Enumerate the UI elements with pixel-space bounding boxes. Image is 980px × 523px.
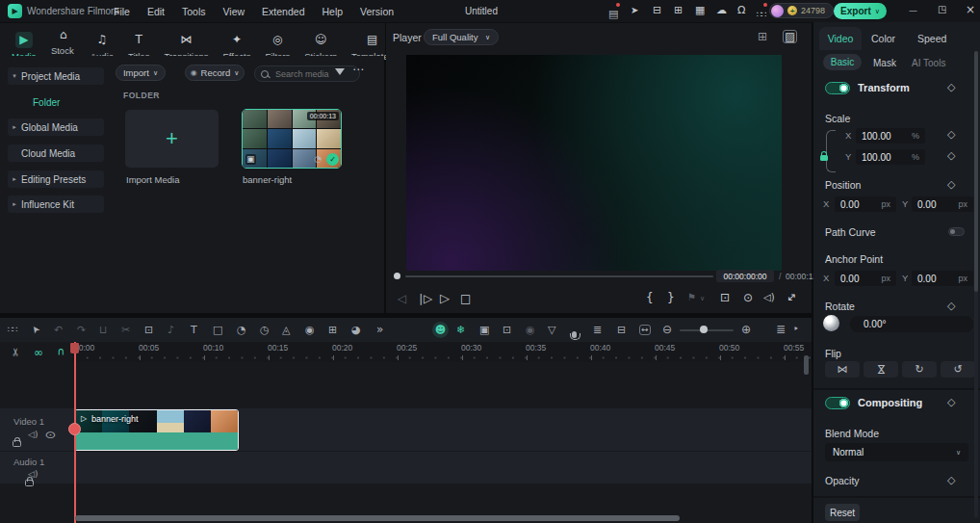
rotate-cw-button[interactable]: ↻ xyxy=(902,361,937,378)
position-keyframe-icon[interactable]: ◇ xyxy=(947,178,955,191)
timeline-hscrollbar[interactable] xyxy=(75,515,680,521)
scale-y-keyframe-icon[interactable]: ◇ xyxy=(947,149,955,162)
tab-video[interactable]: Video xyxy=(819,27,862,50)
import-media-tile[interactable]: + xyxy=(125,110,219,168)
screen-device-icon[interactable]: ⊟ xyxy=(617,325,626,335)
chevron-down-icon[interactable]: ▾ xyxy=(8,72,21,80)
sidebar-item-cloud-media[interactable]: Cloud Media xyxy=(8,144,104,162)
snap-magnet-icon[interactable]: ∪ xyxy=(57,347,64,357)
mark-out-button[interactable]: } xyxy=(667,292,675,303)
rotate-knob[interactable] xyxy=(823,315,839,331)
smart-cutout-icon[interactable]: ☻ xyxy=(432,322,449,338)
scale-x-keyframe-icon[interactable]: ◇ xyxy=(947,128,955,141)
menu-extended[interactable]: Extended xyxy=(262,6,304,17)
previous-frame-button[interactable]: ◁ xyxy=(398,293,406,304)
scrubber-track[interactable] xyxy=(405,275,713,277)
export-button[interactable]: Export ∨ xyxy=(834,3,887,19)
import-dropdown[interactable]: Import∨ xyxy=(116,65,166,81)
scale-x-input[interactable]: 100.00% xyxy=(856,128,925,144)
transform-keyframe-icon[interactable]: ◇ xyxy=(947,81,955,93)
menu-help[interactable]: Help xyxy=(322,6,343,17)
blend-mode-dropdown[interactable]: Normal ∨ xyxy=(825,443,968,461)
tab-color[interactable]: Color xyxy=(871,33,895,44)
marker-chevron-icon[interactable]: ∨ xyxy=(700,296,705,302)
shield-icon[interactable]: ▽ xyxy=(548,325,555,335)
anchor-x-input[interactable]: 0.00px xyxy=(835,271,896,286)
subtab-ai-tools[interactable]: AI Tools xyxy=(912,58,945,68)
export-clip-icon[interactable]: ▣ xyxy=(479,325,489,335)
preview-render-icon[interactable]: ◉ xyxy=(526,325,535,335)
position-y-input[interactable]: 0.00px xyxy=(912,196,973,212)
sidebar-item-global-media[interactable]: ▸Global Media xyxy=(8,118,104,136)
split-icon[interactable]: ✂ xyxy=(121,325,130,335)
record-dropdown[interactable]: ◉ Record∨ xyxy=(185,65,245,81)
audio-stretch-icon[interactable]: ♪ xyxy=(168,325,174,335)
audio-mixer-icon[interactable]: ≣ xyxy=(593,325,602,335)
speed-tool-icon[interactable]: ◔ xyxy=(237,325,246,335)
media-clip-thumbnail[interactable]: 00:00:13 ▣ ◔ ✓ xyxy=(242,109,342,169)
delete-icon[interactable]: ⊔ xyxy=(99,325,108,335)
undo-icon[interactable]: ↶ xyxy=(54,325,63,335)
play-button[interactable]: ▷ xyxy=(440,292,450,304)
rotate-keyframe-icon[interactable]: ◇ xyxy=(947,300,955,312)
subtab-mask[interactable]: Mask xyxy=(873,58,896,68)
audio-track-mute-icon[interactable]: ◁) xyxy=(28,470,38,479)
split-clip-icon[interactable]: ✂ xyxy=(11,348,21,356)
media-view-icon[interactable]: ▨ xyxy=(783,30,797,43)
close-button[interactable]: × xyxy=(966,4,975,15)
sidebar-item-project-media[interactable]: ▾Project Media xyxy=(8,67,104,85)
properties-scrollbar-thumb[interactable] xyxy=(974,51,978,292)
path-curve-toggle[interactable] xyxy=(948,227,965,236)
sidebar-item-editing-presets[interactable]: ▸Editing Presets xyxy=(8,170,104,188)
opacity-keyframe-icon[interactable]: ◇ xyxy=(947,474,955,486)
toolbar-flyout-icon[interactable]: ‣ xyxy=(793,325,799,334)
timeline-clip[interactable]: ▷ banner-right xyxy=(74,409,239,451)
auto-ripple-icon[interactable]: ↔ xyxy=(639,325,651,335)
feedback-icon[interactable]: ⊟ xyxy=(653,5,661,15)
transform-toggle[interactable] xyxy=(825,82,850,94)
flip-vertical-button[interactable]: ⋈ xyxy=(864,361,898,378)
headset-icon[interactable]: Ω xyxy=(737,5,745,15)
next-frame-button[interactable]: ∣▷ xyxy=(418,293,432,304)
menu-file[interactable]: File xyxy=(114,6,130,17)
quality-dropdown[interactable]: Full Quality ∨ xyxy=(424,29,499,45)
video-track-mute-icon[interactable]: ◁) xyxy=(28,431,38,439)
zoom-out-icon[interactable]: ⊖ xyxy=(662,324,672,335)
grid-view-icon[interactable]: ⊞ xyxy=(758,31,767,42)
cloud-icon[interactable]: ☁ xyxy=(716,5,727,15)
fullscreen-button[interactable]: ↕ xyxy=(784,290,799,305)
subtab-basic[interactable]: Basic xyxy=(823,54,862,70)
render-timer-icon[interactable]: ◕ xyxy=(351,325,361,335)
link-clips-icon[interactable]: ∞ xyxy=(34,347,43,358)
camera-record-icon[interactable]: ⊡ xyxy=(503,325,511,335)
display-layout-icon[interactable]: ⊞ xyxy=(674,5,683,15)
menu-view[interactable]: View xyxy=(223,6,245,17)
anchor-y-input[interactable]: 0.00px xyxy=(912,271,973,286)
menu-version[interactable]: Version xyxy=(360,6,394,17)
video-preview[interactable] xyxy=(406,55,782,271)
timeline-ruler[interactable]: 00:00 00:05 00:10 00:15 00:20 00:25 00:3… xyxy=(72,342,812,362)
redo-icon[interactable]: ↷ xyxy=(77,325,86,335)
restore-button[interactable]: ◳ xyxy=(938,5,946,14)
marker-flag-button[interactable]: ⚑ xyxy=(687,293,696,302)
current-time-box[interactable]: 00:00:00:00 xyxy=(716,270,774,282)
menu-tools[interactable]: Tools xyxy=(182,6,206,17)
text-tool-icon[interactable]: T xyxy=(191,325,197,335)
stop-button[interactable]: □ xyxy=(460,293,471,304)
position-x-input[interactable]: 0.00px xyxy=(835,196,896,212)
toolbox-icon[interactable]: ∷∷ xyxy=(8,326,16,334)
crop-icon[interactable]: ⊡ xyxy=(144,325,153,335)
track-height-icon[interactable]: ≣ xyxy=(776,324,786,335)
compositing-keyframe-icon[interactable]: ◇ xyxy=(947,396,955,408)
scale-y-input[interactable]: 100.00% xyxy=(856,149,925,165)
video-track-visibility-icon[interactable]: ⊙ xyxy=(44,431,56,440)
tab-speed[interactable]: Speed xyxy=(917,33,946,44)
zoom-in-icon[interactable]: ⊕ xyxy=(741,324,751,335)
minimize-button[interactable]: — xyxy=(909,7,917,15)
compositing-toggle[interactable] xyxy=(825,397,850,409)
scale-lock-icon[interactable] xyxy=(820,155,828,161)
select-tool-icon[interactable]: ➤ xyxy=(30,324,42,336)
search-input[interactable] xyxy=(273,68,345,80)
timeline-vscrollbar[interactable] xyxy=(804,355,809,375)
audio-track-lane[interactable] xyxy=(0,452,812,484)
